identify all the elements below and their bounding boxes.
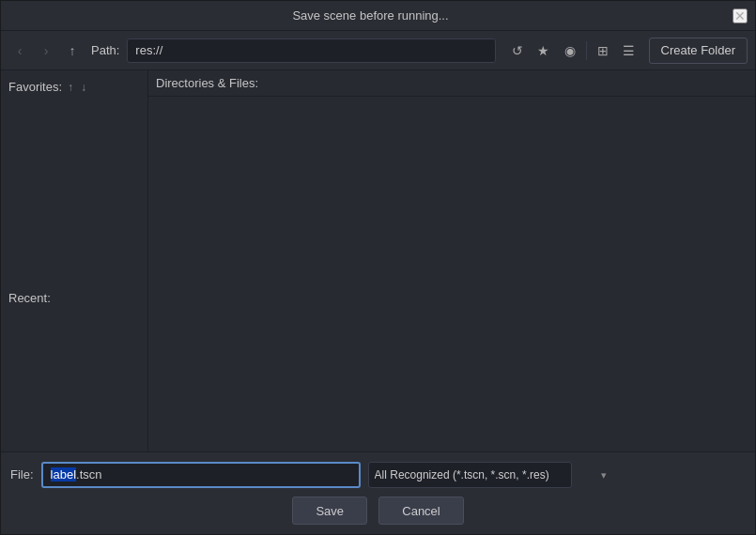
main-content: Favorites: ↑ ↓ Recent: Directories & Fil… bbox=[1, 70, 755, 451]
star-icon: ★ bbox=[537, 43, 549, 58]
parent-button[interactable]: ↑ bbox=[61, 39, 84, 62]
grid-view-button[interactable]: ⊞ bbox=[591, 38, 615, 63]
filter-select-wrapper: All Recognized (*.tscn, *.scn, *.res)Sce… bbox=[368, 462, 612, 488]
grid-icon: ⊞ bbox=[597, 43, 609, 58]
save-button[interactable]: Save bbox=[292, 497, 367, 525]
path-input[interactable] bbox=[127, 38, 495, 63]
refresh-button[interactable]: ↺ bbox=[505, 38, 530, 63]
bottom-bar: File: All Recognized (*.tscn, *.scn, *.r… bbox=[1, 451, 755, 497]
list-icon: ☰ bbox=[623, 43, 635, 58]
window-title: Save scene before running... bbox=[8, 8, 733, 23]
files-area: Directories & Files: bbox=[148, 70, 755, 451]
forward-button[interactable]: › bbox=[35, 39, 57, 62]
eye-icon: ◉ bbox=[564, 43, 576, 58]
eye-button[interactable]: ◉ bbox=[558, 38, 582, 63]
path-label: Path: bbox=[91, 43, 119, 57]
file-label: File: bbox=[10, 467, 34, 482]
refresh-icon: ↺ bbox=[512, 43, 523, 58]
cancel-button[interactable]: Cancel bbox=[378, 497, 463, 525]
toolbar-icons: ↺ ★ ◉ ⊞ ☰ bbox=[505, 38, 641, 63]
title-bar: Save scene before running... ✕ bbox=[1, 1, 755, 31]
favorites-header: Favorites: ↑ ↓ bbox=[1, 76, 147, 98]
close-button[interactable]: ✕ bbox=[733, 8, 748, 23]
recent-area bbox=[1, 309, 147, 446]
favorites-button[interactable]: ★ bbox=[532, 38, 556, 63]
favorites-area bbox=[1, 98, 147, 285]
forward-icon: › bbox=[44, 43, 49, 58]
parent-icon: ↑ bbox=[69, 43, 76, 58]
back-icon: ‹ bbox=[18, 43, 23, 58]
files-header: Directories & Files: bbox=[148, 70, 755, 97]
recent-label: Recent: bbox=[1, 285, 147, 309]
toolbar-divider bbox=[586, 41, 587, 60]
favorites-label: Favorites: bbox=[8, 80, 62, 94]
back-button[interactable]: ‹ bbox=[8, 39, 31, 62]
window: Save scene before running... ✕ ‹ › ↑ Pat… bbox=[0, 0, 756, 535]
filter-select[interactable]: All Recognized (*.tscn, *.scn, *.res)Sce… bbox=[368, 462, 572, 488]
file-input-wrapper bbox=[41, 462, 361, 488]
sort-up-button[interactable]: ↑ bbox=[66, 81, 75, 94]
toolbar: ‹ › ↑ Path: ↺ ★ ◉ ⊞ ☰ bbox=[1, 31, 755, 70]
list-view-button[interactable]: ☰ bbox=[617, 38, 641, 63]
file-input[interactable] bbox=[41, 462, 361, 488]
action-bar: Save Cancel bbox=[1, 497, 755, 534]
files-list[interactable] bbox=[148, 97, 755, 451]
sort-down-button[interactable]: ↓ bbox=[79, 81, 88, 94]
create-folder-button[interactable]: Create Folder bbox=[649, 38, 748, 64]
sidebar: Favorites: ↑ ↓ Recent: bbox=[1, 70, 148, 451]
